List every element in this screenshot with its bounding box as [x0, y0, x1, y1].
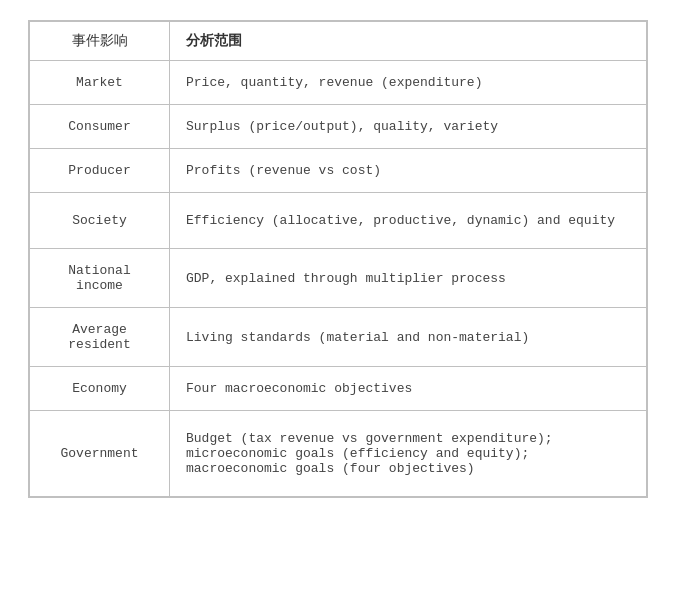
table-row: ConsumerSurplus (price/output), quality,… — [30, 105, 647, 149]
row-analysis: Price, quantity, revenue (expenditure) — [170, 61, 647, 105]
header-col1: 事件影响 — [30, 22, 170, 61]
row-subject: Government — [30, 411, 170, 497]
row-subject: Economy — [30, 367, 170, 411]
row-analysis: Profits (revenue vs cost) — [170, 149, 647, 193]
row-analysis: Living standards (material and non-mater… — [170, 308, 647, 367]
main-table: 事件影响 分析范围 MarketPrice, quantity, revenue… — [28, 20, 648, 498]
table-row: ProducerProfits (revenue vs cost) — [30, 149, 647, 193]
row-subject: Producer — [30, 149, 170, 193]
row-analysis: Four macroeconomic objectives — [170, 367, 647, 411]
table-row: Average residentLiving standards (materi… — [30, 308, 647, 367]
row-analysis: Surplus (price/output), quality, variety — [170, 105, 647, 149]
row-subject: Society — [30, 193, 170, 249]
table-row: GovernmentBudget (tax revenue vs governm… — [30, 411, 647, 497]
row-analysis: Efficiency (allocative, productive, dyna… — [170, 193, 647, 249]
table-row: National incomeGDP, explained through mu… — [30, 249, 647, 308]
row-analysis: GDP, explained through multiplier proces… — [170, 249, 647, 308]
row-subject: National income — [30, 249, 170, 308]
row-subject: Market — [30, 61, 170, 105]
table-row: MarketPrice, quantity, revenue (expendit… — [30, 61, 647, 105]
header-col2: 分析范围 — [170, 22, 647, 61]
header-row: 事件影响 分析范围 — [30, 22, 647, 61]
row-subject: Consumer — [30, 105, 170, 149]
table-row: EconomyFour macroeconomic objectives — [30, 367, 647, 411]
row-subject: Average resident — [30, 308, 170, 367]
row-analysis: Budget (tax revenue vs government expend… — [170, 411, 647, 497]
table-row: SocietyEfficiency (allocative, productiv… — [30, 193, 647, 249]
